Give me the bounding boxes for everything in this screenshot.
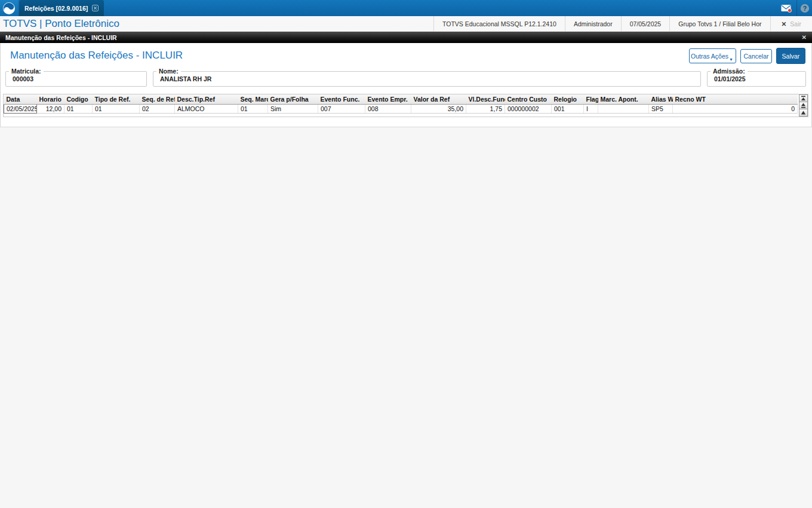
grid-col-header: Valor da Ref (411, 94, 466, 105)
admissao-value[interactable]: 01/01/2025 (708, 75, 805, 82)
window-title-bar: Manutenção das Refeições - INCLUIR ✕ (0, 32, 812, 43)
grid-cell[interactable]: 35,00 (411, 105, 466, 114)
grid-cell[interactable]: 01 (64, 105, 93, 114)
window-close-icon[interactable]: ✕ (802, 34, 807, 41)
tab-close-icon[interactable] (92, 5, 99, 11)
app-screen: Refeições [02.9.0016] ? (0, 0, 812, 508)
page-title: Manutenção das Refeições - INCLUIR (10, 50, 183, 62)
grid-col-header: Codigo (64, 94, 93, 105)
grid-cell[interactable]: 0 (673, 105, 798, 114)
mail-button[interactable] (776, 0, 796, 16)
logout-x-icon: ✕ (782, 20, 787, 27)
cancel-label: Cancelar (743, 53, 768, 60)
grid-col-header: Marc. Apont. (598, 94, 649, 105)
totvs-logo-icon (2, 2, 16, 15)
logout-label: Sair (790, 20, 801, 27)
user-info: Administrador (565, 16, 621, 31)
meals-grid-table: DataHorarioCodigoTipo de Ref.Seq. de Ref… (4, 94, 798, 114)
totvs-logo[interactable] (0, 0, 18, 16)
grid-col-header: Recno WT (673, 94, 798, 105)
arrow-up-over-bar-icon (801, 103, 806, 108)
grid-cell[interactable]: Sim (268, 105, 318, 114)
grid-row: 02/05/202512,00010102ALMOCO01Sim00700835… (4, 105, 798, 114)
grid-col-header: Evento Func. (318, 94, 365, 105)
grid-cell[interactable]: SP5 (649, 105, 673, 114)
admissao-field[interactable]: Admissão: 01/01/2025 (707, 68, 806, 87)
matricula-value[interactable]: 000003 (6, 75, 146, 82)
grid-col-header: Horario (37, 94, 64, 105)
header-context: TOTVS Educacional MSSQL P12.1.2410 Admin… (433, 16, 812, 31)
nome-value[interactable]: ANALISTA RH JR (153, 75, 700, 82)
grid-cell[interactable]: 02 (140, 105, 175, 114)
top-bar: Refeições [02.9.0016] ? (0, 0, 812, 16)
svg-text:?: ? (802, 4, 806, 11)
arrow-up-to-bar-icon (801, 96, 806, 101)
logout-button[interactable]: ✕ Sair (771, 16, 812, 31)
mail-icon (781, 4, 792, 13)
arrow-up-icon (801, 110, 806, 115)
grid-col-header: Tipo de Ref. (93, 94, 140, 105)
app-header: TOTVS | Ponto Eletrônico TOTVS Educacion… (0, 16, 812, 32)
grid-cell[interactable]: I (584, 105, 598, 114)
environment-info: TOTVS Educacional MSSQL P12.1.2410 (433, 16, 565, 31)
grid-cell[interactable]: 000000002 (505, 105, 552, 114)
matricula-label: Matricula: (9, 68, 44, 75)
save-label: Salvar (782, 53, 800, 60)
grid-cell[interactable]: 12,00 (37, 105, 64, 114)
grid-cell[interactable]: ALMOCO (175, 105, 238, 114)
other-actions-label: Outras Ações (691, 53, 728, 60)
matricula-field[interactable]: Matricula: 000003 (5, 68, 147, 87)
grid-cell[interactable]: 1,75 (466, 105, 505, 114)
grid-scroll-buttons (799, 94, 808, 117)
grid-col-header: Gera p/Folha (268, 94, 318, 105)
meals-grid: DataHorarioCodigoTipo de Ref.Seq. de Ref… (3, 94, 808, 117)
grid-col-header: Desc.Tip.Ref (175, 94, 238, 105)
grid-col-header: Seq. Marc. (238, 94, 268, 105)
grid-col-header: Evento Empr. (365, 94, 411, 105)
grid-cell[interactable]: 007 (318, 105, 365, 114)
grid-col-header: Centro Custo (505, 94, 552, 105)
grid-cell[interactable]: 001 (552, 105, 584, 114)
grid-cell[interactable]: 01 (238, 105, 268, 114)
nome-label: Nome: (156, 68, 181, 75)
other-actions-button[interactable]: Outras Ações ▼ (689, 48, 736, 63)
help-button[interactable]: ? (796, 0, 812, 16)
grid-cell[interactable] (598, 105, 649, 114)
grid-col-header: Data (4, 94, 37, 105)
content-panel: Manutenção das Refeições - INCLUIR Outra… (0, 43, 812, 127)
grid-col-header: Seq. de Ref. (140, 94, 175, 105)
date-info: 07/05/2025 (621, 16, 670, 31)
cancel-button[interactable]: Cancelar (740, 49, 772, 63)
company-branch-info: Grupo Totvs 1 / Filial Belo Hor (669, 16, 770, 31)
chevron-down-icon: ▼ (729, 57, 733, 62)
brand-title: TOTVS | Ponto Eletrônico (0, 16, 119, 31)
grid-col-header: Vl.Desc.Func (466, 94, 505, 105)
help-icon: ? (800, 4, 810, 13)
grid-scroll-up-button[interactable] (799, 109, 808, 117)
grid-col-header: Flag (584, 94, 598, 105)
admissao-label: Admissão: (710, 68, 748, 75)
grid-col-header: Relogio (552, 94, 584, 105)
tab-refeicoes[interactable]: Refeições [02.9.0016] (19, 0, 104, 16)
grid-cell[interactable]: 01 (93, 105, 140, 114)
action-buttons: Outras Ações ▼ Cancelar Salvar (689, 48, 805, 64)
window-title: Manutenção das Refeições - INCLUIR (5, 34, 117, 41)
nome-field[interactable]: Nome: ANALISTA RH JR (153, 68, 701, 87)
topbar-icons: ? (776, 0, 812, 16)
grid-col-header: Alias WT (649, 94, 673, 105)
grid-cell[interactable]: 02/05/2025 (4, 105, 37, 114)
tab-label: Refeições [02.9.0016] (24, 5, 88, 12)
save-button[interactable]: Salvar (776, 48, 805, 64)
grid-cell[interactable]: 008 (365, 105, 411, 114)
